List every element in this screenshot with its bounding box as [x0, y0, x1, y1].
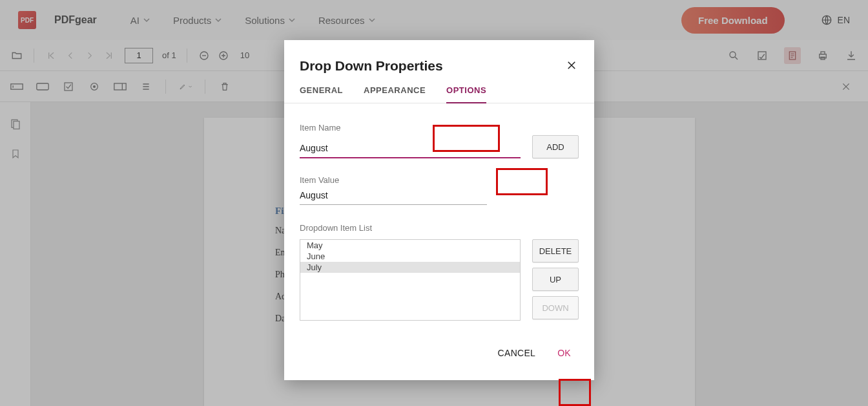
item-value-input[interactable] [300, 187, 487, 205]
delete-button[interactable]: DELETE [532, 239, 579, 262]
list-item[interactable]: June [300, 251, 520, 262]
list-item[interactable]: July [300, 262, 520, 273]
dialog-tabs: GENERAL APPEARANCE OPTIONS [284, 78, 594, 103]
item-listbox[interactable]: MayJuneJuly [300, 239, 521, 321]
item-name-input[interactable] [300, 140, 521, 158]
close-icon[interactable] [566, 59, 579, 72]
dialog-title: Drop Down Properties [300, 58, 443, 74]
item-list-label: Dropdown Item List [300, 223, 579, 233]
down-button: DOWN [532, 296, 579, 319]
item-name-label: Item Name [300, 123, 579, 133]
cancel-button[interactable]: CANCEL [491, 343, 542, 363]
tab-general[interactable]: GENERAL [300, 85, 343, 103]
tab-appearance[interactable]: APPEARANCE [364, 85, 426, 103]
dropdown-properties-dialog: Drop Down Properties GENERAL APPEARANCE … [284, 40, 594, 380]
list-item[interactable]: May [300, 240, 520, 251]
ok-button[interactable]: OK [551, 343, 577, 363]
up-button[interactable]: UP [532, 268, 579, 291]
item-value-label: Item Value [300, 175, 579, 185]
add-button[interactable]: ADD [532, 135, 579, 158]
tab-options[interactable]: OPTIONS [446, 85, 486, 103]
